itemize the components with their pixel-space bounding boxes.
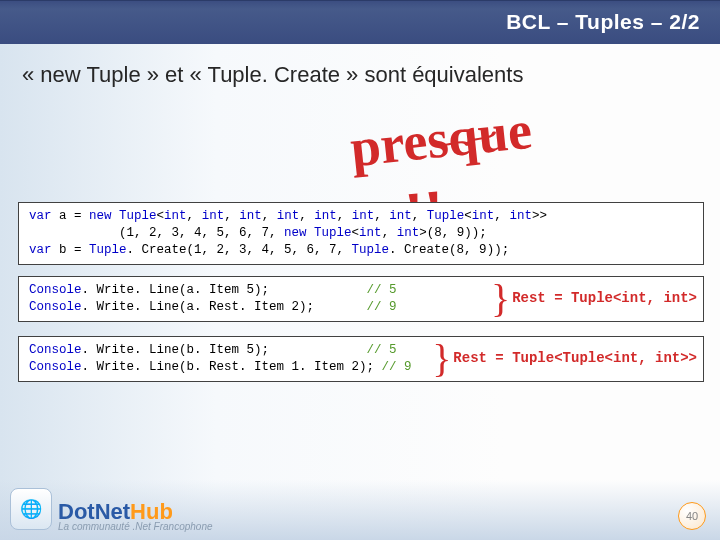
kw: Tuple [352,243,390,257]
kw: int [359,226,382,240]
t: , [412,209,427,223]
note-text: Rest = Tuple<Tuple<int, int>> [453,349,697,368]
kw: int [202,209,225,223]
t: . Create(8, 9)); [389,243,509,257]
logo-badge: 🌐 [10,488,52,530]
kw: int [509,209,532,223]
comment: // 9 [382,360,412,374]
note-2: } Rest = Tuple<Tuple<int, int>> [432,332,697,386]
kw: Tuple [119,209,157,223]
brace-icon: } [432,332,451,386]
kw: new [89,209,112,223]
kw: Console [29,283,82,297]
footer: 🌐 DotNetHub La communauté .Net Francopho… [0,480,720,540]
kw: Console [29,343,82,357]
t: < [157,209,165,223]
t: < [352,226,360,240]
code-block-1: var a = new Tuple<int, int, int, int, in… [18,202,704,265]
kw: Tuple [89,243,127,257]
comment: // 5 [367,343,397,357]
t: , [187,209,202,223]
t: , [337,209,352,223]
code-block-3: Console. Write. Line(b. Item 5); // 5 Co… [18,336,704,382]
kw: new [284,226,307,240]
kw: int [164,209,187,223]
kw: int [352,209,375,223]
title-bar: BCL – Tuples – 2/2 [0,0,720,44]
t: < [464,209,472,223]
note-text: Rest = Tuple<int, int> [512,289,697,308]
t: , [224,209,239,223]
page-value: 40 [686,510,698,522]
t: , [374,209,389,223]
t: b = [52,243,90,257]
kw: int [239,209,262,223]
kw: int [472,209,495,223]
tagline: La communauté .Net Francophone [58,521,213,532]
t: , [494,209,509,223]
t: , [262,209,277,223]
kw: Tuple [427,209,465,223]
globe-icon: 🌐 [20,498,42,520]
comment: // 9 [367,300,397,314]
comment: // 5 [367,283,397,297]
t [112,209,120,223]
t: >(8, 9)); [419,226,487,240]
brace-icon: } [491,272,510,326]
page-number: 40 [678,502,706,530]
note-1: } Rest = Tuple<int, int> [491,272,697,326]
t [307,226,315,240]
t: . Write. Line(b. Rest. Item 1. Item 2); [82,360,375,374]
kw: Console [29,360,82,374]
kw: int [277,209,300,223]
t: a = [52,209,90,223]
t: . Write. Line(a. Item 5); [82,283,270,297]
t: (1, 2, 3, 4, 5, 6, 7, [29,226,284,240]
slide-title: BCL – Tuples – 2/2 [506,10,700,34]
kw: var [29,243,52,257]
t: , [382,226,397,240]
kw: int [389,209,412,223]
footer-logo: DotNetHub La communauté .Net Francophone [58,499,213,532]
subtitle: « new Tuple » et « Tuple. Create » sont … [22,62,523,88]
t: . Write. Line(a. Rest. Item 2); [82,300,315,314]
t: . Write. Line(b. Item 5); [82,343,270,357]
callout-word: presque [347,99,535,180]
code-block-2: Console. Write. Line(a. Item 5); // 5 Co… [18,276,704,322]
kw: Console [29,300,82,314]
kw: int [397,226,420,240]
kw: var [29,209,52,223]
slide: BCL – Tuples – 2/2 « new Tuple » et « Tu… [0,0,720,540]
kw: Tuple [314,226,352,240]
kw: int [314,209,337,223]
t: >> [532,209,547,223]
t: , [299,209,314,223]
t: . Create(1, 2, 3, 4, 5, 6, 7, [127,243,352,257]
